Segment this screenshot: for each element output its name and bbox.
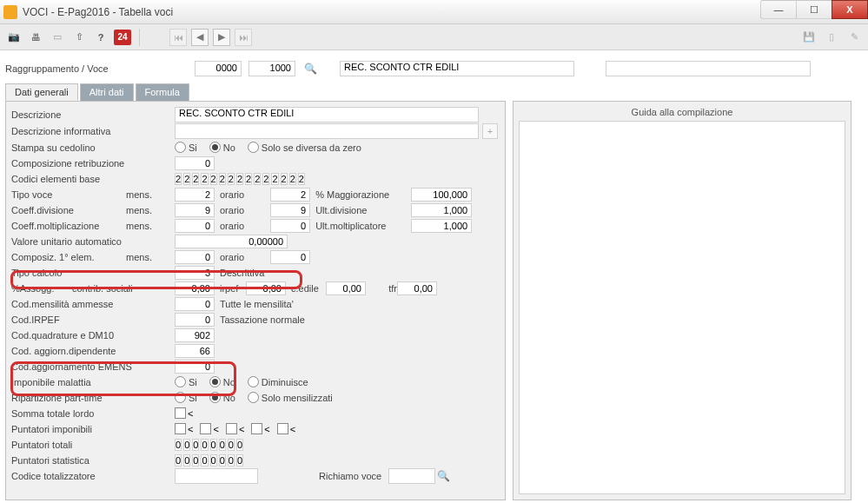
codquad-input[interactable]: 902 <box>175 328 215 342</box>
minimize-button[interactable]: — <box>760 0 797 19</box>
puntimp-chk-2[interactable] <box>200 423 211 434</box>
rippt-no-radio[interactable] <box>209 392 221 403</box>
first-record-button[interactable]: ⏮ <box>169 29 187 46</box>
assogg-irpef-input[interactable]: 0,00 <box>246 281 286 295</box>
grid-cell[interactable]: 0 <box>183 454 190 467</box>
grid-cell[interactable]: 2 <box>210 173 217 185</box>
prev-record-button[interactable]: ◀ <box>191 29 209 46</box>
grid-cell[interactable]: 2 <box>192 173 199 185</box>
grid-cell[interactable]: 2 <box>245 173 252 185</box>
voce-desc-input[interactable]: REC. SCONTO CTR EDILI <box>340 61 574 76</box>
assogg-cedile-input[interactable]: 0,00 <box>326 281 366 295</box>
coeffmolt-or-input[interactable]: 0 <box>270 219 310 233</box>
compos1-mens-input[interactable]: 0 <box>175 250 215 264</box>
search-icon[interactable]: 🔍 <box>304 63 317 75</box>
grid-cell[interactable]: 0 <box>175 454 182 467</box>
richiamo-search-icon[interactable]: 🔍 <box>437 470 450 482</box>
grid-cell[interactable]: 0 <box>228 454 235 467</box>
puntimp-chk-1[interactable] <box>175 423 186 434</box>
tipovoce-mens-input[interactable]: 2 <box>175 188 215 202</box>
grid-cell[interactable]: 0 <box>236 439 243 451</box>
grid-cell[interactable]: 2 <box>236 173 243 185</box>
descinfo-label: Descrizione informativa <box>11 126 126 136</box>
codtot-input[interactable] <box>175 468 258 484</box>
grid-cell[interactable]: 0 <box>192 454 199 467</box>
impmal-dim-radio[interactable] <box>248 376 259 387</box>
tab-altri-dati[interactable]: Altri dati <box>80 83 134 101</box>
grid-cell[interactable]: 2 <box>228 173 235 185</box>
code1-input[interactable]: 1000 <box>248 61 295 76</box>
grid-cell[interactable]: 2 <box>254 173 261 185</box>
tipovoce-or-input[interactable]: 2 <box>270 188 310 202</box>
compretr-input[interactable]: 0 <box>175 156 215 170</box>
stampa-si-radio[interactable] <box>175 142 186 153</box>
close-button[interactable]: X <box>832 0 868 19</box>
codaggemens-input[interactable]: 0 <box>175 360 215 374</box>
assogg-cs-input[interactable]: 0,00 <box>175 281 215 295</box>
coeffmolt-mens-input[interactable]: 0 <box>175 219 215 233</box>
pencil-icon[interactable]: ✎ <box>845 29 863 46</box>
tab-formula[interactable]: Formula <box>136 83 189 101</box>
grid-cell[interactable]: 0 <box>210 439 217 451</box>
stampa-solo-radio[interactable] <box>248 142 259 153</box>
descinfo-add-button[interactable]: + <box>482 123 498 139</box>
descrizione-input[interactable]: REC. SCONTO CTR EDILI <box>175 107 479 122</box>
grid-cell[interactable]: 0 <box>201 439 208 451</box>
codirpef-input[interactable]: 0 <box>175 313 215 327</box>
puntimp-chk-3[interactable] <box>226 423 237 434</box>
coeffdiv-mens-input[interactable]: 9 <box>175 203 215 217</box>
compos1-or-input[interactable]: 0 <box>270 250 310 264</box>
assogg-tfr-input[interactable]: 0,00 <box>397 281 437 295</box>
badge-24[interactable]: 24 <box>114 30 131 45</box>
codmens-input[interactable]: 0 <box>175 297 215 311</box>
camera-icon[interactable]: 📷 <box>5 29 23 46</box>
coeffdiv-or-input[interactable]: 9 <box>270 203 310 217</box>
grid-cell[interactable]: 0 <box>192 439 199 451</box>
richiamo-input[interactable] <box>388 468 435 484</box>
valunit-input[interactable]: 0,00000 <box>175 235 288 248</box>
rippt-solomens-radio[interactable] <box>248 392 259 403</box>
pctmagg-input[interactable]: 100,000 <box>411 188 472 202</box>
grid-cell[interactable]: 0 <box>183 439 190 451</box>
print-icon[interactable]: 🖶 <box>27 29 44 46</box>
impmal-si-radio[interactable] <box>175 376 186 387</box>
maximize-button[interactable]: ☐ <box>796 0 832 19</box>
grid-cell[interactable]: 0 <box>175 439 182 451</box>
tipocalc-input[interactable]: 3 <box>175 266 215 280</box>
tab-dati-generali[interactable]: Dati generali <box>5 83 78 101</box>
grid-cell[interactable]: 0 <box>236 454 243 467</box>
help-icon[interactable]: ? <box>92 29 109 46</box>
grid-cell[interactable]: 2 <box>281 173 288 185</box>
grid-cell[interactable]: 2 <box>219 173 226 185</box>
code0-input[interactable]: 0000 <box>195 61 242 76</box>
last-record-button[interactable]: ⏭ <box>235 29 252 46</box>
ultdiv-input[interactable]: 1,000 <box>411 203 472 217</box>
grid-cell[interactable]: 2 <box>298 173 305 185</box>
puntimp-chk-5[interactable] <box>277 423 288 434</box>
grid-cell[interactable]: 0 <box>219 439 226 451</box>
grid-cell[interactable]: 2 <box>175 173 182 185</box>
impmal-no-radio[interactable] <box>209 376 221 387</box>
disk-icon[interactable]: 💾 <box>800 29 818 46</box>
upload-icon[interactable]: ⇧ <box>70 29 88 46</box>
page-icon[interactable]: ▯ <box>823 29 840 46</box>
grid-cell[interactable]: 0 <box>201 454 208 467</box>
rippt-si-radio[interactable] <box>175 392 186 403</box>
grid-cell[interactable]: 2 <box>201 173 208 185</box>
grid-cell[interactable]: 0 <box>210 454 217 467</box>
ultmolt-input[interactable]: 1,000 <box>411 219 472 233</box>
next-record-button[interactable]: ▶ <box>213 29 230 46</box>
voce-extra-input[interactable] <box>606 61 811 76</box>
grid-cell[interactable]: 2 <box>289 173 296 185</box>
stampa-no-radio[interactable] <box>209 142 221 153</box>
grid-cell[interactable]: 2 <box>271 173 278 185</box>
puntimp-chk-4[interactable] <box>251 423 262 434</box>
codaggdip-input[interactable]: 66 <box>175 344 215 358</box>
grid-cell[interactable]: 2 <box>183 173 190 185</box>
somma-chk[interactable] <box>175 407 186 419</box>
folder-icon[interactable]: ▭ <box>49 29 66 46</box>
grid-cell[interactable]: 0 <box>228 439 235 451</box>
grid-cell[interactable]: 2 <box>262 173 269 185</box>
descinfo-input[interactable] <box>175 123 479 139</box>
grid-cell[interactable]: 0 <box>219 454 226 467</box>
